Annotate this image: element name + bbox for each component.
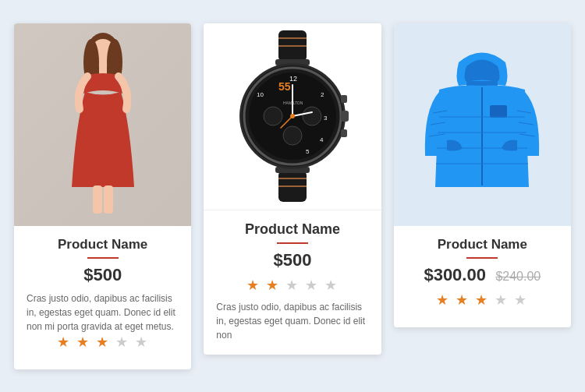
product-card-dress: Product Name $500 Cras justo odio, dapib… (14, 23, 191, 369)
star-w1: ★ (246, 277, 261, 293)
price-main-watch: $500 (274, 250, 312, 270)
watch-illustration: 12 2 3 4 5 10 55 HAMILTON (222, 26, 363, 206)
star-5: ★ (135, 334, 149, 350)
svg-rect-19 (341, 95, 347, 103)
product-image-watch: 12 2 3 4 5 10 55 HAMILTON (204, 23, 381, 210)
svg-rect-39 (490, 105, 507, 118)
stars-jacket: ★ ★ ★ ★ ★ (406, 291, 558, 309)
product-card-watch: 12 2 3 4 5 10 55 HAMILTON Product Name (204, 23, 381, 355)
description-watch: Cras justo odio, dapibus ac facilisis in… (216, 300, 368, 342)
product-image-jacket (394, 23, 571, 226)
card-divider-dress (87, 257, 119, 259)
svg-point-22 (264, 107, 282, 125)
stars-watch: ★ ★ ★ ★ ★ (216, 277, 368, 294)
star-j4: ★ (495, 292, 509, 308)
svg-text:10: 10 (257, 91, 264, 98)
product-image-dress (14, 23, 191, 226)
star-1: ★ (57, 334, 71, 350)
svg-rect-18 (341, 111, 349, 122)
star-3: ★ (96, 334, 110, 350)
star-j1: ★ (436, 292, 450, 308)
product-card-jacket: Product Name $300.00 $240.00 ★ ★ ★ ★ ★ (394, 23, 571, 327)
star-w3: ★ (285, 277, 300, 293)
price-strike-jacket: $240.00 (495, 270, 541, 283)
dress-illustration (52, 31, 154, 218)
product-name-watch: Product Name (216, 221, 368, 238)
star-j5: ★ (514, 292, 528, 308)
price-main-dress: $500 (83, 265, 122, 284)
svg-point-23 (303, 107, 321, 125)
star-w4: ★ (305, 277, 319, 293)
card-divider-jacket (466, 257, 498, 259)
svg-text:2: 2 (321, 91, 324, 98)
price-row-dress: $500 (27, 265, 179, 285)
svg-text:3: 3 (324, 115, 328, 122)
svg-text:5: 5 (306, 148, 310, 155)
svg-point-35 (290, 114, 295, 118)
price-row-watch: $500 (216, 250, 368, 270)
svg-rect-6 (104, 185, 113, 214)
svg-rect-5 (93, 185, 102, 214)
price-row-jacket: $300.00 $240.00 (406, 265, 558, 285)
product-cards-container: Product Name $500 Cras justo odio, dapib… (0, 8, 585, 385)
svg-point-24 (283, 126, 302, 145)
star-4: ★ (115, 334, 129, 350)
price-main-jacket: $300.00 (424, 265, 486, 284)
product-name-dress: Product Name (27, 237, 179, 253)
jacket-illustration (416, 39, 548, 210)
svg-rect-20 (341, 129, 347, 137)
star-w5: ★ (324, 277, 339, 293)
star-j3: ★ (475, 292, 489, 308)
product-card-body-jacket: Product Name $300.00 $240.00 ★ ★ ★ ★ ★ (394, 226, 571, 327)
star-2: ★ (76, 334, 90, 350)
product-card-body-watch: Product Name $500 ★ ★ ★ ★ ★ Cras justo o… (204, 210, 381, 355)
star-j2: ★ (456, 292, 470, 308)
svg-text:4: 4 (320, 136, 324, 143)
product-card-body-dress: Product Name $500 Cras justo odio, dapib… (14, 226, 191, 369)
star-w2: ★ (266, 277, 280, 293)
stars-dress: ★ ★ ★ ★ ★ (27, 334, 179, 351)
svg-text:HAMILTON: HAMILTON (283, 101, 303, 105)
card-divider-watch (277, 242, 308, 244)
svg-text:55: 55 (278, 80, 291, 93)
product-name-jacket: Product Name (406, 237, 558, 253)
description-dress: Cras justo odio, dapibus ac facilisis in… (27, 291, 179, 334)
